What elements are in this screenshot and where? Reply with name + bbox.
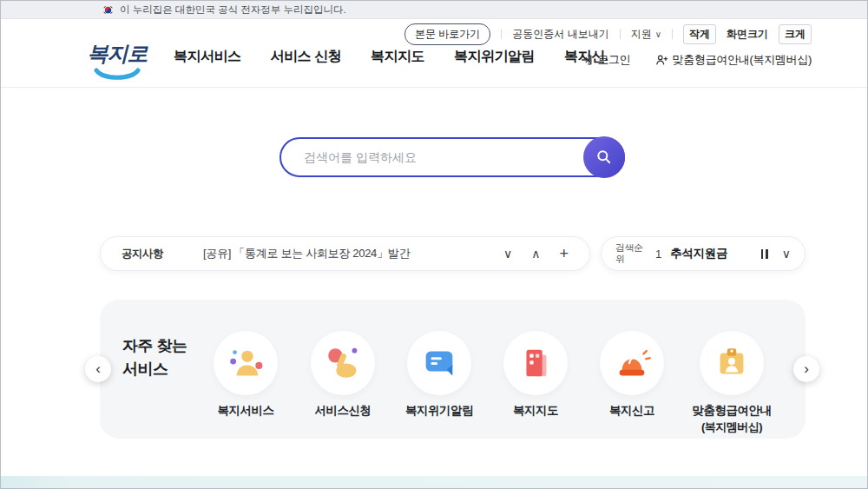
nav-welfare-map[interactable]: 복지지도	[371, 48, 424, 66]
notice-link[interactable]: [공유] 「통계로 보는 사회보장 2024」발간	[203, 246, 495, 261]
notice-ticker: 공지사항 [공유] 「통계로 보는 사회보장 2024」발간 ∨ ∧ +	[100, 236, 590, 271]
services-title: 자주 찾는 서비스	[122, 334, 192, 381]
plus-icon: +	[559, 245, 569, 262]
search-bar	[279, 137, 625, 177]
membership-label: 맞춤형급여안내(복지멤버십)	[673, 52, 812, 68]
utility-row: 본문 바로가기 공동인증서 내보내기 지원 ∨ 작게 화면크기 크게	[404, 24, 812, 43]
main-nav: 복지서비스 서비스 신청 복지지도 복지위기알림 복지신.	[174, 48, 608, 66]
cert-export-button[interactable]: 공동인증서 내보내기	[512, 27, 608, 42]
notice-label: 공지사항	[122, 248, 167, 260]
search-button[interactable]	[583, 136, 625, 178]
account-row: 로그인 맞춤형급여안내(복지멤버십)	[581, 52, 812, 68]
support-label: 지원	[631, 27, 652, 42]
skip-to-content-button[interactable]: 본문 바로가기	[404, 23, 490, 45]
siren-icon	[600, 331, 664, 395]
korea-flag-icon	[102, 4, 114, 16]
header-divider	[1, 87, 867, 88]
ranking-pause-button[interactable]	[761, 249, 768, 259]
page: 이 누리집은 대한민국 공식 전자정부 누리집입니다. 본문 바로가기 공동인증…	[0, 0, 868, 489]
card-person-icon	[700, 331, 764, 395]
ranking-label: 검색순위	[615, 242, 647, 265]
service-item-service-apply[interactable]: 서비스신청	[299, 331, 386, 419]
service-item-welfare-services[interactable]: 복지서비스	[202, 331, 289, 419]
chevron-down-icon: ∨	[782, 247, 791, 261]
bokjiro-logo[interactable]: 복지로	[87, 40, 148, 82]
login-label: 로그인	[597, 52, 630, 68]
membership-button[interactable]: 맞춤형급여안내(복지멤버십)	[655, 52, 812, 68]
service-item-membership-guide[interactable]: 맞춤형급여안내 (복지멤버십)	[688, 331, 775, 435]
screen-size-label: 화면크기	[727, 27, 768, 42]
bottom-band	[1, 476, 867, 488]
nav-service-apply[interactable]: 서비스 신청	[271, 48, 341, 66]
service-item-crisis-alert[interactable]: 복지위기알림	[396, 331, 483, 419]
notice-prev-button[interactable]: ∧	[531, 248, 540, 260]
support-dropdown[interactable]: 지원 ∨	[631, 27, 661, 42]
person-icon	[214, 331, 278, 395]
divider	[672, 29, 673, 39]
login-icon	[581, 54, 593, 66]
gov-banner-text: 이 누리집은 대한민국 공식 전자정부 누리집입니다.	[120, 3, 346, 17]
chevron-down-icon: ∨	[503, 247, 512, 261]
font-smaller-button[interactable]: 작게	[683, 24, 716, 44]
ranking-expand-button[interactable]: ∨	[782, 248, 791, 260]
chevron-down-icon: ∨	[655, 30, 661, 39]
building-icon	[503, 331, 568, 395]
ranking-rank: 1	[655, 248, 661, 261]
service-item-welfare-report[interactable]: 복지신고	[589, 331, 675, 419]
arrow-left-icon: ‹	[95, 361, 101, 376]
nav-welfare-services[interactable]: 복지서비스	[174, 48, 241, 66]
pause-icon	[761, 249, 764, 259]
frequent-services-panel: 자주 찾는 서비스 복지서비스	[100, 300, 806, 439]
service-item-welfare-map[interactable]: 복지지도	[492, 331, 579, 419]
person-plus-icon	[655, 54, 668, 66]
search-ranking: 검색순위 1 추석지원금 ∨	[601, 236, 806, 271]
chevron-up-icon: ∧	[531, 247, 540, 261]
logo-smile-icon	[93, 68, 141, 82]
divider	[501, 29, 502, 39]
logo-text: 복지로	[88, 40, 148, 68]
font-larger-button[interactable]: 크게	[779, 24, 812, 44]
carousel-next-button[interactable]: ›	[793, 356, 819, 382]
ticker-controls: ∨ ∧ +	[503, 246, 569, 261]
login-button[interactable]: 로그인	[581, 52, 630, 68]
notice-next-button[interactable]: ∨	[503, 248, 512, 260]
chat-bubble-icon	[407, 331, 471, 395]
search-input[interactable]	[281, 150, 583, 164]
hand-press-icon	[311, 331, 375, 395]
gov-banner: 이 누리집은 대한민국 공식 전자정부 누리집입니다.	[1, 1, 867, 19]
arrow-right-icon: ›	[804, 361, 809, 376]
divider	[620, 29, 621, 39]
carousel-prev-button[interactable]: ‹	[85, 356, 111, 382]
nav-crisis-alert[interactable]: 복지위기알림	[454, 48, 535, 66]
notice-more-button[interactable]: +	[559, 246, 569, 261]
ranking-term-link[interactable]: 추석지원금	[670, 246, 761, 261]
search-icon	[595, 149, 613, 166]
